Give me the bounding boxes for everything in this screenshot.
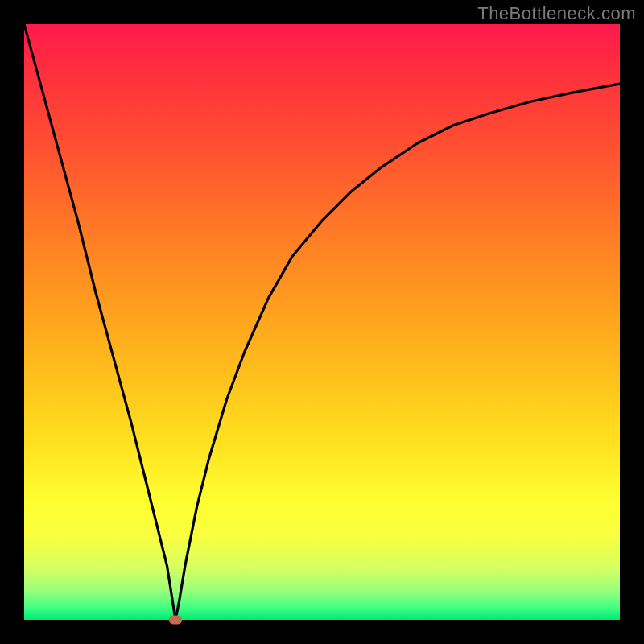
watermark-text: TheBottleneck.com	[477, 3, 636, 24]
chart-frame: TheBottleneck.com	[0, 0, 644, 644]
gradient-background	[24, 24, 620, 620]
